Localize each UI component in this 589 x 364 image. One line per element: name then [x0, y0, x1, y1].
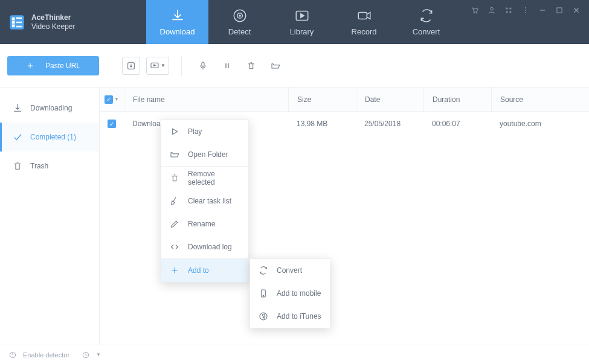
delete-button[interactable]	[242, 57, 260, 75]
app-logo-area: AceThinker Video Keeper	[0, 0, 146, 44]
app-title: AceThinker Video Keeper	[31, 13, 76, 31]
clock-icon[interactable]	[82, 351, 90, 359]
nav-tab-convert[interactable]: Convert	[395, 0, 457, 44]
mic-button[interactable]	[194, 57, 212, 75]
col-size[interactable]: Size	[288, 88, 356, 111]
ctx-play[interactable]: Play	[161, 120, 248, 143]
sidebar-item-trash[interactable]: Trash	[0, 152, 99, 180]
chevron-down-icon[interactable]: ▼	[96, 352, 101, 357]
cell-source: youtube.com	[491, 120, 589, 128]
convert-icon	[419, 8, 434, 24]
context-menu: Play Open Folder Remove selected Clear t…	[161, 120, 249, 283]
downloading-icon	[12, 103, 23, 113]
col-duration[interactable]: Duration	[423, 88, 491, 111]
nav-tabs: Download Detect Library Record Convert	[146, 0, 457, 44]
plus-icon	[170, 266, 179, 275]
svg-rect-8	[358, 13, 367, 19]
screen-record-dropdown[interactable]: ▼	[146, 57, 169, 75]
more-icon[interactable]	[521, 6, 530, 14]
row-checkbox[interactable]: ✓	[100, 120, 124, 128]
svg-rect-3	[12, 24, 15, 27]
ctx-add-to-label: Add to	[188, 266, 209, 275]
svg-point-13	[510, 8, 511, 9]
sidebar-item-completed[interactable]: Completed (1)	[0, 123, 99, 152]
app-logo-icon	[8, 14, 25, 31]
nav-tab-download[interactable]: Download	[146, 0, 208, 44]
ctx-log-label: Download log	[188, 243, 232, 251]
code-icon	[170, 242, 179, 252]
svg-point-18	[525, 12, 526, 13]
svg-rect-2	[12, 21, 15, 24]
sub-convert-label: Convert	[277, 266, 302, 275]
trash-icon	[170, 173, 179, 183]
sidebar-item-downloading[interactable]: Downloading	[0, 94, 99, 123]
ctx-rename-label: Rename	[188, 220, 215, 228]
col-date[interactable]: Date	[356, 88, 423, 111]
svg-point-12	[506, 8, 507, 9]
ctx-clear-label: Clear task list	[188, 197, 231, 205]
svg-rect-19	[557, 8, 562, 13]
svg-point-11	[491, 7, 494, 10]
ctx-open-folder[interactable]: Open Folder	[161, 143, 248, 166]
nav-tab-library[interactable]: Library	[271, 0, 333, 44]
nav-label-record: Record	[352, 27, 377, 36]
nav-label-convert: Convert	[413, 27, 440, 36]
checkbox-checked-icon: ✓	[105, 95, 113, 104]
batch-download-icon	[126, 61, 136, 71]
nav-tab-record[interactable]: Record	[333, 0, 395, 44]
ctx-open-folder-label: Open Folder	[188, 150, 228, 159]
toolbar: Paste URL ▼	[0, 44, 589, 88]
folder-open-icon	[170, 150, 179, 159]
sub-itunes-label: Add to iTunes	[277, 312, 321, 321]
sidebar-label-completed: Completed (1)	[30, 133, 76, 141]
nav-label-download: Download	[160, 27, 195, 36]
sub-convert[interactable]: Convert	[250, 259, 330, 282]
nav-tab-detect[interactable]: Detect	[208, 0, 271, 44]
enable-detector-label[interactable]: Enable detector	[23, 351, 69, 359]
trash-icon	[12, 161, 23, 171]
select-all-checkbox[interactable]: ✓ ▼	[100, 95, 124, 104]
svg-point-10	[476, 12, 477, 13]
maximize-icon[interactable]	[555, 6, 564, 14]
ctx-add-to[interactable]: Add to	[161, 259, 248, 282]
itunes-icon	[259, 311, 268, 321]
table-header: ✓ ▼ File name Size Date Duration Source	[100, 88, 589, 112]
ctx-clear-task-list[interactable]: Clear task list	[161, 190, 248, 212]
chevron-down-icon: ▼	[114, 97, 119, 102]
plus-icon	[26, 62, 34, 70]
completed-icon	[12, 132, 23, 142]
paste-url-button[interactable]: Paste URL	[7, 56, 99, 75]
cell-duration: 00:06:07	[423, 120, 491, 128]
batch-download-button[interactable]	[122, 57, 140, 75]
sub-add-to-itunes[interactable]: Add to iTunes	[250, 305, 330, 328]
ctx-download-log[interactable]: Download log	[161, 235, 248, 258]
folder-open-icon	[271, 61, 280, 71]
svg-point-14	[506, 11, 507, 13]
ctx-remove-selected[interactable]: Remove selected	[161, 167, 248, 190]
apps-icon[interactable]	[504, 6, 513, 14]
svg-rect-1	[12, 17, 15, 20]
library-icon	[294, 8, 310, 24]
open-folder-button[interactable]	[266, 57, 285, 75]
svg-point-16	[525, 7, 526, 8]
minimize-icon[interactable]	[538, 6, 547, 14]
sidebar-label-trash: Trash	[30, 162, 48, 170]
close-icon[interactable]	[572, 6, 581, 14]
col-source[interactable]: Source	[491, 88, 589, 111]
ctx-rename[interactable]: Rename	[161, 212, 248, 235]
svg-point-9	[474, 12, 475, 13]
ctx-remove-label: Remove selected	[188, 170, 240, 187]
power-icon[interactable]	[8, 351, 17, 359]
sidebar-label-downloading: Downloading	[30, 104, 72, 112]
col-filename[interactable]: File name	[124, 88, 288, 111]
trash-icon	[246, 61, 256, 71]
svg-point-24	[263, 295, 263, 296]
play-icon	[170, 127, 179, 136]
cart-icon[interactable]	[471, 6, 479, 14]
nav-label-library: Library	[290, 27, 314, 36]
sub-add-to-mobile[interactable]: Add to mobile	[250, 282, 330, 305]
screen-record-icon	[150, 61, 159, 71]
user-icon[interactable]	[488, 6, 496, 14]
pencil-icon	[170, 219, 179, 229]
pause-button[interactable]	[218, 57, 236, 75]
